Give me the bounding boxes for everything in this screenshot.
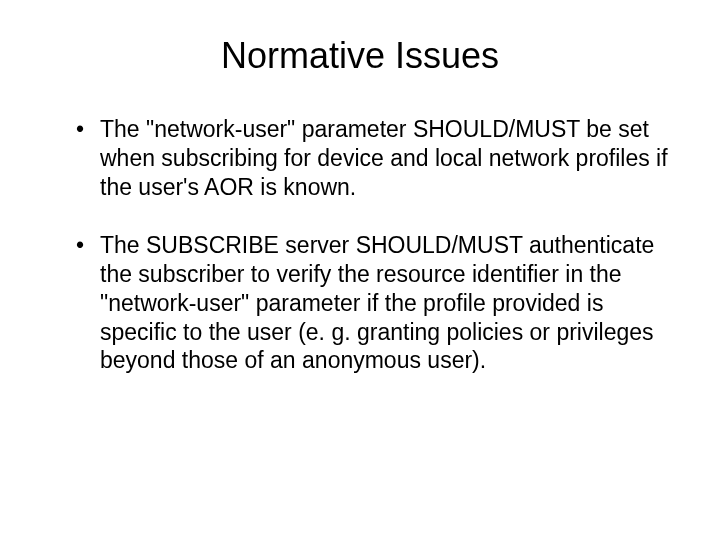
- slide-title: Normative Issues: [50, 35, 670, 77]
- list-item: The SUBSCRIBE server SHOULD/MUST authent…: [76, 231, 670, 375]
- list-item: The "network-user" parameter SHOULD/MUST…: [76, 115, 670, 201]
- bullet-list: The "network-user" parameter SHOULD/MUST…: [50, 115, 670, 375]
